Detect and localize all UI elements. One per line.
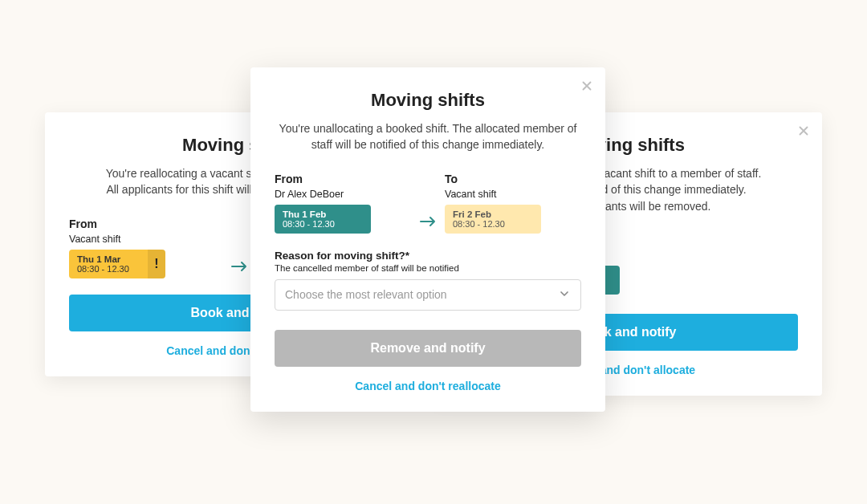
- moving-shifts-modal-center: Moving shifts You're unallocating a book…: [250, 67, 605, 412]
- to-label: To: [445, 173, 581, 185]
- cancel-link[interactable]: Cancel and don't reallocate: [275, 380, 581, 392]
- reason-sublabel: The cancelled member of staff will be no…: [275, 263, 581, 273]
- from-label: From: [69, 217, 222, 230]
- from-sublabel: Vacant shift: [69, 234, 222, 245]
- modal-title: Moving shifts: [275, 90, 581, 111]
- select-placeholder: Choose the most relevant option: [285, 288, 447, 301]
- to-sublabel: Vacant shift: [445, 189, 581, 200]
- shift-chip-to[interactable]: Fri 2 Feb 08:30 - 12.30: [445, 205, 541, 234]
- close-icon[interactable]: [580, 79, 594, 93]
- arrow-right-icon: [230, 261, 248, 278]
- reason-select[interactable]: Choose the most relevant option: [275, 279, 581, 311]
- reason-label: Reason for moving shift?*: [275, 250, 581, 262]
- shift-chip-from[interactable]: Thu 1 Feb 08:30 - 12.30: [275, 205, 371, 234]
- close-icon[interactable]: [796, 124, 811, 138]
- modal-subtitle: You're unallocating a booked shift. The …: [275, 120, 581, 153]
- chevron-down-icon: [558, 287, 571, 303]
- remove-and-notify-button[interactable]: Remove and notify: [275, 330, 581, 367]
- shift-chip-from[interactable]: Thu 1 Mar 08:30 - 12.30 !: [69, 250, 165, 278]
- shift-row: From Dr Alex DeBoer Thu 1 Feb 08:30 - 12…: [275, 173, 581, 234]
- arrow-right-icon: [419, 216, 437, 234]
- warning-icon: !: [148, 250, 165, 278]
- from-label: From: [275, 173, 411, 185]
- from-sublabel: Dr Alex DeBoer: [275, 189, 411, 200]
